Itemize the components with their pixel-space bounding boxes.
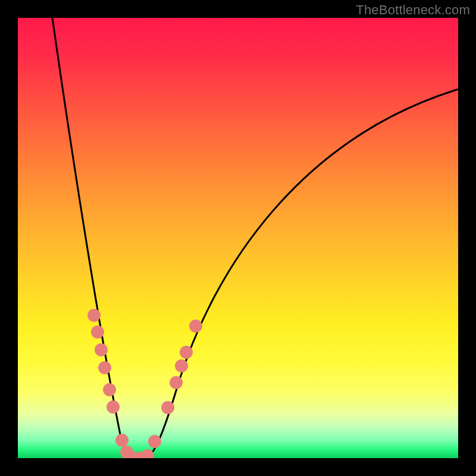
curve-right	[145, 89, 458, 458]
data-marker	[175, 359, 188, 372]
data-markers	[87, 309, 202, 458]
data-marker	[91, 325, 104, 339]
chart-svg	[18, 18, 458, 458]
data-marker	[148, 435, 161, 448]
data-marker	[107, 400, 120, 414]
watermark-text: TheBottleneck.com	[356, 2, 470, 18]
data-marker	[103, 383, 116, 396]
data-marker	[87, 309, 101, 322]
data-marker	[115, 434, 129, 447]
data-marker	[98, 361, 111, 374]
chart-plot-area	[18, 18, 458, 458]
data-marker	[170, 376, 183, 389]
data-marker	[180, 346, 193, 359]
data-marker	[189, 320, 202, 333]
data-marker	[141, 449, 154, 458]
data-marker	[95, 343, 108, 356]
curve-left	[52, 18, 133, 458]
data-marker	[161, 401, 174, 414]
